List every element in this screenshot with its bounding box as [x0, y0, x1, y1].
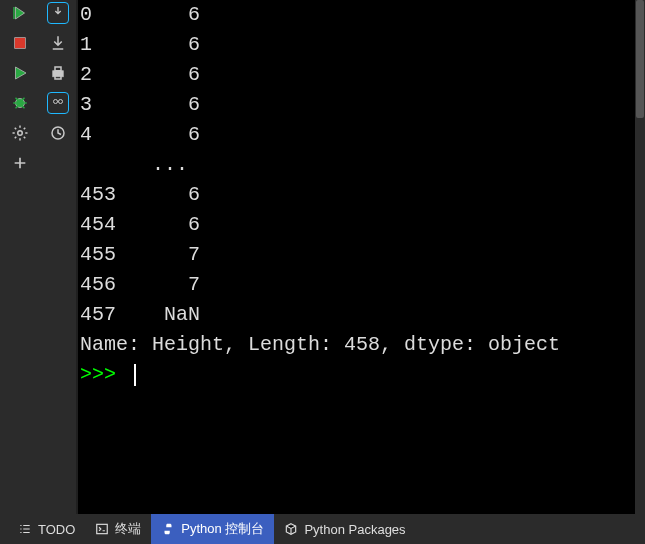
download-icon[interactable]	[47, 32, 69, 54]
goggles-icon[interactable]	[47, 92, 69, 114]
app-root: 0 6 1 6 2 6 3 6 4 6 ... 453 6 454 6 455 …	[0, 0, 645, 544]
tab-python-console[interactable]: Python 控制台	[151, 514, 274, 544]
stop-icon[interactable]	[9, 32, 31, 54]
list-icon	[18, 522, 32, 536]
svg-line-4	[16, 98, 18, 100]
export-icon[interactable]	[47, 2, 69, 24]
tool-window-tab-bar: TODO 终端 Python 控制台 Python Packages	[0, 514, 645, 544]
rerun-icon[interactable]	[9, 2, 31, 24]
data-row: 3 6	[80, 93, 200, 116]
data-row: 453 6	[80, 183, 200, 206]
ellipsis-row: ...	[80, 153, 188, 176]
data-row: 0 6	[80, 3, 200, 26]
tab-label: TODO	[38, 522, 75, 537]
run-icon[interactable]	[9, 62, 31, 84]
svg-line-5	[22, 98, 24, 100]
run-gutter	[0, 0, 40, 544]
svg-line-6	[16, 106, 18, 108]
prompt-line[interactable]: >>>	[80, 360, 645, 390]
tab-python-packages[interactable]: Python Packages	[274, 514, 415, 544]
svg-point-8	[18, 131, 23, 136]
data-row: 457 NaN	[80, 303, 200, 326]
svg-point-13	[59, 100, 63, 104]
vscroll-thumb[interactable]	[636, 0, 644, 118]
data-row: 456 7	[80, 273, 200, 296]
data-row: 455 7	[80, 243, 200, 266]
terminal-icon	[95, 522, 109, 536]
history-icon[interactable]	[47, 122, 69, 144]
svg-rect-10	[55, 67, 61, 71]
tab-todo[interactable]: TODO	[8, 514, 85, 544]
vertical-scrollbar[interactable]	[635, 0, 645, 514]
data-row: 2 6	[80, 63, 200, 86]
data-row: 1 6	[80, 33, 200, 56]
console-output: 0 6 1 6 2 6 3 6 4 6 ... 453 6 454 6 455 …	[78, 0, 645, 532]
tab-label: Python 控制台	[181, 520, 264, 538]
print-icon[interactable]	[47, 62, 69, 84]
data-row: 454 6	[80, 213, 200, 236]
packages-icon	[284, 522, 298, 536]
settings-gear-icon[interactable]	[9, 122, 31, 144]
svg-rect-15	[97, 524, 108, 533]
python-console[interactable]: 0 6 1 6 2 6 3 6 4 6 ... 453 6 454 6 455 …	[78, 0, 645, 544]
add-plus-icon[interactable]	[9, 152, 31, 174]
bug-icon[interactable]	[9, 92, 31, 114]
python-icon	[161, 522, 175, 536]
data-row: 4 6	[80, 123, 200, 146]
tab-label: Python Packages	[304, 522, 405, 537]
text-caret	[134, 364, 136, 386]
series-summary: Name: Height, Length: 458, dtype: object	[80, 333, 560, 356]
prompt: >>>	[80, 360, 128, 390]
svg-point-12	[54, 100, 58, 104]
svg-line-7	[22, 106, 24, 108]
tab-label: 终端	[115, 520, 141, 538]
console-tool-gutter	[40, 0, 78, 544]
tab-terminal[interactable]: 终端	[85, 514, 151, 544]
svg-rect-0	[15, 38, 26, 49]
